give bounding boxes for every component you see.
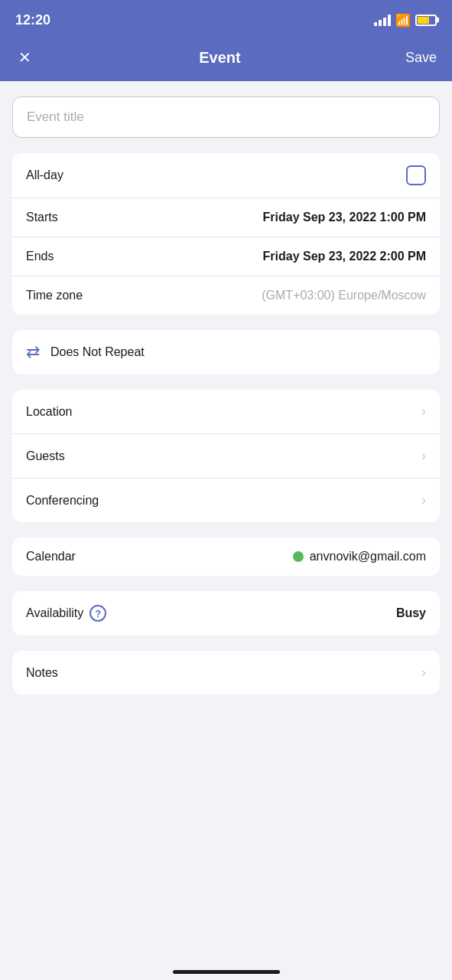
save-button[interactable]: Save [405,50,437,66]
guests-label: Guests [26,449,65,463]
guests-row[interactable]: Guests › [12,434,440,479]
conferencing-chevron-icon: › [421,492,426,508]
notes-row[interactable]: Notes › [12,651,440,694]
ends-label: Ends [26,250,54,263]
help-icon[interactable]: ? [89,605,106,622]
notes-chevron-icon: › [421,665,426,681]
calendar-section: Calendar anvnovik@gmail.com [12,537,440,576]
guests-chevron-icon: › [421,448,426,464]
conferencing-row[interactable]: Conferencing › [12,479,440,522]
status-bar: 12:20 📶 ⚡ [0,0,452,38]
location-chevron-icon: › [421,403,426,420]
availability-section: Availability ? Busy [12,591,440,635]
wifi-icon: 📶 [395,13,411,28]
starts-row[interactable]: Starts Friday Sep 23, 2022 1:00 PM [12,198,440,237]
notes-section: Notes › [12,651,440,694]
all-day-row[interactable]: All-day [12,153,440,198]
location-row[interactable]: Location › [12,390,440,434]
event-title-input[interactable] [12,96,440,138]
title-section [12,96,440,138]
calendar-dot-icon [293,551,304,562]
home-indicator [173,970,280,974]
page-title: Event [199,49,240,67]
repeat-label: Does Not Repeat [50,345,145,359]
location-label: Location [26,405,73,419]
notes-label: Notes [26,666,58,680]
calendar-email: anvnovik@gmail.com [310,550,426,564]
availability-row[interactable]: Availability ? Busy [12,591,440,635]
status-time: 12:20 [15,12,50,28]
calendar-label: Calendar [26,550,76,564]
calendar-right: anvnovik@gmail.com [293,550,426,564]
content-area: All-day Starts Friday Sep 23, 2022 1:00 … [0,81,452,725]
signal-icon [374,14,391,26]
availability-left: Availability ? [26,605,106,622]
nav-bar: ✕ Event Save [0,38,452,81]
status-icons: 📶 ⚡ [374,13,437,28]
repeat-section[interactable]: ⇄ Does Not Repeat [12,330,440,374]
calendar-row[interactable]: Calendar anvnovik@gmail.com [12,537,440,576]
repeat-icon: ⇄ [26,342,40,362]
availability-value: Busy [396,606,426,620]
all-day-label: All-day [26,168,63,182]
close-button[interactable]: ✕ [15,45,34,70]
availability-label: Availability [26,606,83,620]
ends-row[interactable]: Ends Friday Sep 23, 2022 2:00 PM [12,237,440,276]
battery-icon: ⚡ [415,15,437,26]
timezone-row[interactable]: Time zone (GMT+03:00) Europe/Moscow [12,276,440,315]
ends-value: Friday Sep 23, 2022 2:00 PM [263,250,426,263]
details-section: Location › Guests › Conferencing › [12,390,440,522]
conferencing-label: Conferencing [26,494,99,508]
repeat-row[interactable]: ⇄ Does Not Repeat [12,330,440,374]
all-day-checkbox[interactable] [406,165,426,185]
datetime-section: All-day Starts Friday Sep 23, 2022 1:00 … [12,153,440,315]
starts-label: Starts [26,211,58,224]
starts-value: Friday Sep 23, 2022 1:00 PM [263,211,426,224]
timezone-value: (GMT+03:00) Europe/Moscow [262,289,426,302]
timezone-label: Time zone [26,289,83,302]
